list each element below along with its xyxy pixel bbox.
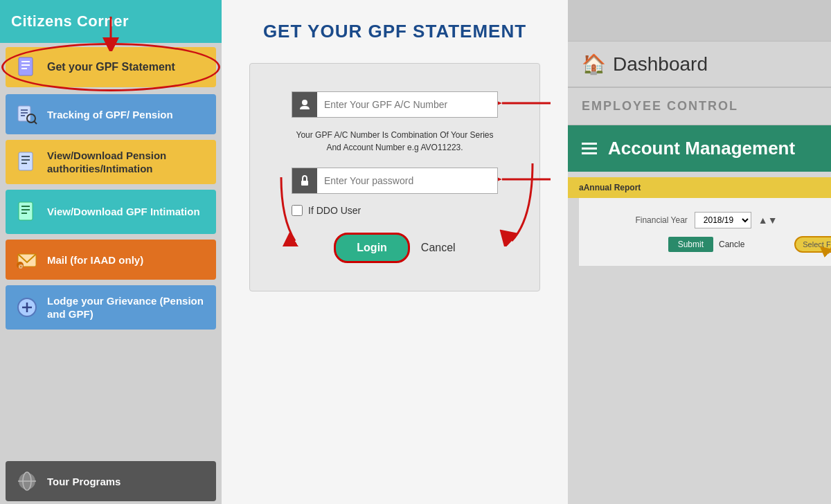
password-input-row	[292, 168, 498, 194]
center-right-area: GET YOUR GPF STATEMENT	[222, 0, 831, 504]
login-button[interactable]: Login	[334, 233, 410, 263]
citizens-corner-header: Citizens Corner	[0, 0, 222, 43]
annual-report-label: aAnnual Report	[579, 183, 641, 192]
sidebar-item-pension-download[interactable]: View/Download Pension authorities/Intima…	[6, 140, 216, 184]
tour-icon	[14, 468, 40, 494]
gpf-hint-text: Your GPF A/C Number Is Combination Of Yo…	[292, 129, 498, 154]
sidebar-item-grievance[interactable]: Lodge your Grievance (Pension and GPF)	[6, 285, 216, 330]
svg-rect-15	[19, 202, 33, 220]
grievance-label: Lodge your Grievance (Pension and GPF)	[47, 294, 208, 321]
employee-control-label: EMPLOYEE CONTROL	[568, 88, 831, 125]
right-panel: 🏠 Dashboard EMPLOYEE CONTROL Account Man…	[568, 0, 831, 504]
mail-icon: @	[14, 246, 40, 273]
fy-buttons: Submit Cancle Select Financial Year	[593, 237, 820, 252]
svg-line-10	[34, 121, 37, 124]
ddo-checkbox-row: If DDO User	[292, 205, 498, 216]
right-top-bar	[568, 0, 831, 42]
svg-text:@: @	[19, 264, 24, 269]
mail-label: Mail (for IAAD only)	[47, 254, 143, 266]
pension-download-icon	[14, 149, 40, 175]
tour-label: Tour Programs	[47, 476, 120, 487]
grievance-icon	[14, 294, 40, 321]
hamburger-icon	[582, 143, 597, 154]
financial-year-select[interactable]: 2018/19 2017/18 2019/20	[695, 212, 751, 228]
user-icon	[292, 92, 317, 117]
select-fy-annotation: Select Financial Year	[794, 236, 831, 253]
button-row: Login Cancel	[292, 233, 498, 263]
sidebar-item-gpf-intimation[interactable]: View/Download GPF Intimation	[6, 190, 216, 234]
fy-arrows[interactable]: ▲▼	[758, 215, 778, 226]
sidebar-item-tracking[interactable]: Tracking of GPF/ Pension	[6, 94, 216, 134]
annual-report-section: aAnnual Report	[568, 177, 831, 198]
sidebar-item-gpf-statement[interactable]: Get your GPF Statement	[6, 47, 216, 87]
gpf-statement-label: Get your GPF Statement	[47, 61, 175, 73]
svg-rect-1	[19, 57, 33, 75]
lock-icon	[292, 168, 317, 193]
dashboard-label: Dashboard	[613, 53, 708, 75]
gpf-intimation-icon	[14, 199, 40, 225]
cancel-annual-button[interactable]: Cancle	[719, 240, 744, 249]
gpf-intimation-label: View/Download GPF Intimation	[47, 205, 200, 219]
main-content: GET YOUR GPF STATEMENT	[222, 0, 568, 504]
svg-point-28	[302, 100, 307, 105]
account-management-label: Account Management	[608, 138, 795, 159]
financial-year-row: Financial Year 2018/19 2017/18 2019/20 ▲…	[593, 212, 820, 228]
tracking-label: Tracking of GPF/ Pension	[47, 109, 173, 120]
annual-report-card: Financial Year 2018/19 2017/18 2019/20 ▲…	[579, 198, 831, 266]
svg-rect-30	[301, 181, 308, 186]
account-management-button[interactable]: Account Management	[568, 125, 831, 172]
gpf-account-input[interactable]	[317, 93, 497, 116]
gpf-input-row	[292, 91, 498, 118]
gpf-form: Your GPF A/C Number Is Combination Of Yo…	[249, 63, 540, 291]
tracking-icon	[14, 101, 40, 127]
svg-rect-11	[19, 152, 33, 170]
gpf-statement-icon	[14, 54, 40, 80]
submit-button[interactable]: Submit	[668, 237, 713, 252]
ddo-label: If DDO User	[308, 205, 361, 216]
home-icon: 🏠	[582, 53, 606, 75]
cancel-button[interactable]: Cancel	[421, 242, 456, 254]
ddo-checkbox[interactable]	[292, 205, 303, 216]
sidebar: Citizens Corner Get your GPF Statement	[0, 0, 222, 504]
sidebar-item-mail[interactable]: @ Mail (for IAAD only)	[6, 240, 216, 280]
password-input[interactable]	[317, 170, 497, 192]
sidebar-item-tour[interactable]: Tour Programs	[6, 461, 216, 501]
financial-year-label: Financial Year	[635, 215, 687, 225]
dashboard-button[interactable]: 🏠 Dashboard	[568, 42, 831, 88]
pension-download-label: View/Download Pension authorities/Intima…	[47, 149, 208, 176]
page-title: GET YOUR GPF STATEMENT	[263, 21, 526, 42]
